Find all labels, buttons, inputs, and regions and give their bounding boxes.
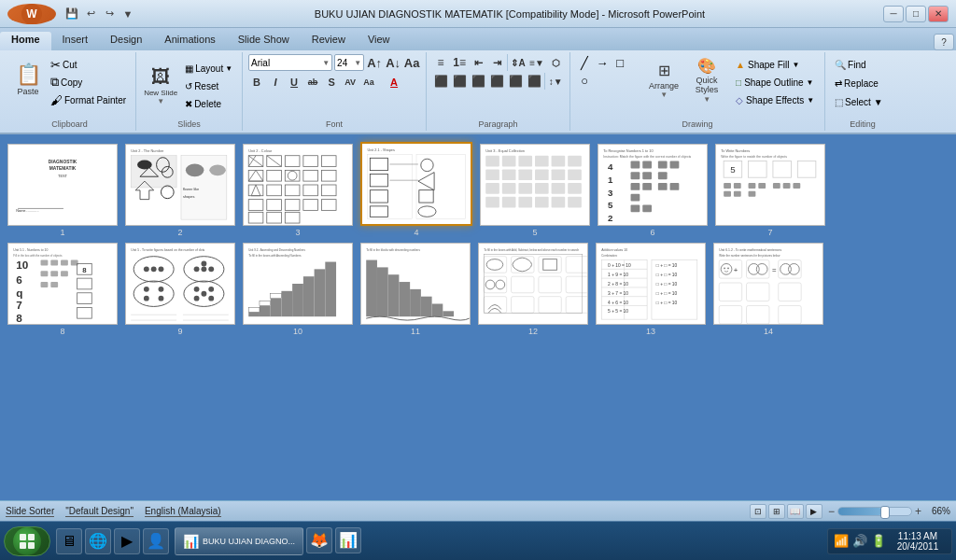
firefox-taskbar-btn[interactable]: 🦊: [306, 527, 332, 553]
zoom-thumb[interactable]: [880, 506, 890, 519]
shape-effects-btn[interactable]: ◇ Shape Effects ▼: [731, 91, 819, 108]
numbering-btn[interactable]: 1≡: [451, 54, 468, 71]
minimize-button[interactable]: ─: [883, 6, 904, 22]
taskbar-item-ppt[interactable]: 📊 BUKU UJIAN DIAGNO...: [175, 527, 303, 555]
restore-button[interactable]: □: [906, 6, 926, 22]
find-button[interactable]: 🔍 Find: [831, 56, 894, 73]
rect-shape[interactable]: □: [612, 54, 628, 71]
align-right-btn[interactable]: ⬛: [470, 73, 486, 90]
zoom-level[interactable]: 66%: [924, 506, 950, 516]
slide-thumb-11[interactable]: To fill in the blocks with descending nu…: [360, 243, 471, 325]
zoom-out-btn[interactable]: −: [828, 505, 835, 518]
show-desktop-btn[interactable]: 🖥: [56, 528, 82, 554]
bold-btn[interactable]: B: [248, 74, 265, 91]
theme-label[interactable]: "Default Design": [65, 506, 134, 517]
align-text-btn[interactable]: ≡▼: [528, 54, 545, 71]
ppt-taskbar-icon2[interactable]: 📊: [335, 527, 361, 553]
format-painter-button[interactable]: 🖌 Format Painter: [47, 91, 130, 108]
align-left-btn[interactable]: ⬛: [432, 73, 449, 90]
convert-smartart-btn[interactable]: ⬡: [547, 54, 564, 71]
arrow-shape[interactable]: →: [594, 54, 611, 71]
decrease-font-btn[interactable]: A↓: [385, 54, 401, 71]
shadow-btn[interactable]: S: [323, 74, 340, 91]
change-case-btn[interactable]: Aa: [360, 74, 377, 91]
quick-styles-button[interactable]: 🎨 Quick Styles ▼: [686, 54, 727, 106]
align-center-btn[interactable]: ⬛: [451, 73, 468, 90]
normal-view-btn[interactable]: ⊡: [750, 504, 766, 519]
col-break-btn[interactable]: ⬛: [526, 73, 542, 90]
office-button[interactable]: W: [7, 4, 56, 24]
decrease-indent-btn[interactable]: ⇤: [470, 54, 486, 71]
undo-quick-btn[interactable]: ↩: [82, 6, 99, 22]
media-taskbar-btn[interactable]: ▶: [114, 528, 140, 554]
reset-button[interactable]: ↺ Reset: [181, 77, 236, 94]
align-justify-btn[interactable]: ⬛: [507, 73, 524, 90]
slide-thumb-1[interactable]: DIAGNOSTIK MATEMATIK TEST Name..........…: [7, 144, 118, 226]
ribbon-help-btn[interactable]: ?: [934, 34, 954, 50]
close-button[interactable]: ✕: [928, 6, 949, 22]
text-direction-btn[interactable]: ⇕A: [510, 54, 527, 71]
italic-btn[interactable]: I: [267, 74, 284, 91]
paste-button[interactable]: 📋 Paste: [9, 54, 47, 106]
slide-sorter-label[interactable]: Slide Sorter: [6, 506, 54, 517]
line-shape[interactable]: ╱: [576, 54, 593, 71]
tab-insert[interactable]: Insert: [51, 32, 100, 50]
slide-thumb-10[interactable]: Unit 9.2 - Ascending and Descending Numb…: [243, 243, 353, 325]
font-size-combo[interactable]: 24 ▼: [334, 54, 364, 71]
svg-point-175: [201, 291, 206, 297]
new-slide-button[interactable]: 🖼 New Slide ▼: [142, 59, 179, 111]
arrange-button[interactable]: ⊞ Arrange ▼: [645, 54, 682, 106]
slide-thumb-8[interactable]: Unit 5.1 - Numbers to 10 Fill in the box…: [7, 243, 118, 325]
slide-thumb-3[interactable]: Unit 2 - Colour: [243, 144, 353, 226]
slide-thumb-5[interactable]: Unit 3 - Equal Collection: [480, 144, 590, 226]
slide-thumb-9[interactable]: Unit 5 - To write figures based on the n…: [125, 243, 235, 325]
clear-format-btn[interactable]: Aa: [403, 54, 420, 71]
redo-quick-btn[interactable]: ↪: [101, 6, 118, 22]
slide-thumb-7[interactable]: To Write Numbers Write the figure to mat…: [715, 144, 825, 226]
tab-view[interactable]: View: [357, 32, 401, 50]
save-quick-btn[interactable]: 💾: [63, 6, 80, 22]
delete-button[interactable]: ✖ Delete: [181, 95, 236, 112]
slide-thumb-4[interactable]: Unit 2.1 - Shapes: [360, 142, 472, 226]
tab-animations[interactable]: Animations: [153, 32, 226, 50]
strikethrough-btn[interactable]: ab: [304, 74, 321, 91]
ie-taskbar-btn[interactable]: 🌐: [85, 528, 111, 554]
font-color-btn[interactable]: A: [386, 74, 402, 91]
slide-thumb-2[interactable]: Unit 2 - The Number flower like shapes: [125, 144, 235, 226]
cut-button[interactable]: ✂ Cut: [47, 56, 130, 73]
underline-btn[interactable]: U: [286, 74, 302, 91]
tab-home[interactable]: Home: [0, 32, 51, 50]
user-taskbar-btn[interactable]: 👤: [143, 528, 169, 554]
shape-outline-btn[interactable]: □ Shape Outline ▼: [731, 74, 819, 91]
justify-btn[interactable]: ⬛: [488, 73, 505, 90]
tab-review[interactable]: Review: [301, 32, 357, 50]
bullets-btn[interactable]: ≡: [432, 54, 449, 71]
tab-design[interactable]: Design: [99, 32, 153, 50]
customize-quick-btn[interactable]: ▼: [120, 6, 136, 22]
slideshow-view-btn[interactable]: ▶: [806, 504, 822, 519]
slide-thumb-6[interactable]: To Recognise Numbers 1 to 10 Instruction…: [598, 144, 708, 226]
layout-button[interactable]: ▦ Layout ▼: [181, 60, 236, 77]
language-label[interactable]: English (Malaysia): [145, 506, 221, 517]
slide-thumb-14[interactable]: Unit 6.1.2 - To write mathematical sente…: [713, 243, 823, 325]
reading-view-btn[interactable]: 📖: [787, 504, 804, 519]
slide-sorter-view-btn[interactable]: ⊞: [768, 504, 785, 519]
zoom-in-btn[interactable]: +: [915, 505, 921, 518]
replace-button[interactable]: ⇄ Replace: [831, 75, 894, 91]
increase-font-btn[interactable]: A↑: [366, 54, 383, 71]
shape-fill-btn[interactable]: ▲ Shape Fill ▼: [731, 56, 819, 73]
line-spacing-btn[interactable]: ↕▼: [547, 73, 564, 90]
copy-button[interactable]: ⧉ Copy: [47, 74, 130, 91]
system-clock[interactable]: 11:13 AM 20/4/2011: [890, 531, 946, 552]
zoom-slider[interactable]: [837, 507, 912, 516]
slide-thumb-13[interactable]: Addition values 10 Combination: 0 + 10 =…: [596, 243, 706, 325]
slides-small-buttons: ▦ Layout ▼ ↺ Reset ✖ Delete: [181, 58, 236, 112]
slide-thumb-12[interactable]: To fill in the boxes with Add, Subtract,…: [478, 243, 588, 325]
increase-indent-btn[interactable]: ⇥: [488, 54, 505, 71]
start-button[interactable]: [4, 526, 50, 556]
tab-slideshow[interactable]: Slide Show: [227, 32, 301, 50]
oval-shape[interactable]: ○: [576, 72, 593, 89]
font-name-combo[interactable]: Arial ▼: [248, 54, 332, 71]
char-spacing-btn[interactable]: AV: [342, 74, 358, 91]
select-button[interactable]: ⬚ Select ▼: [831, 93, 894, 110]
